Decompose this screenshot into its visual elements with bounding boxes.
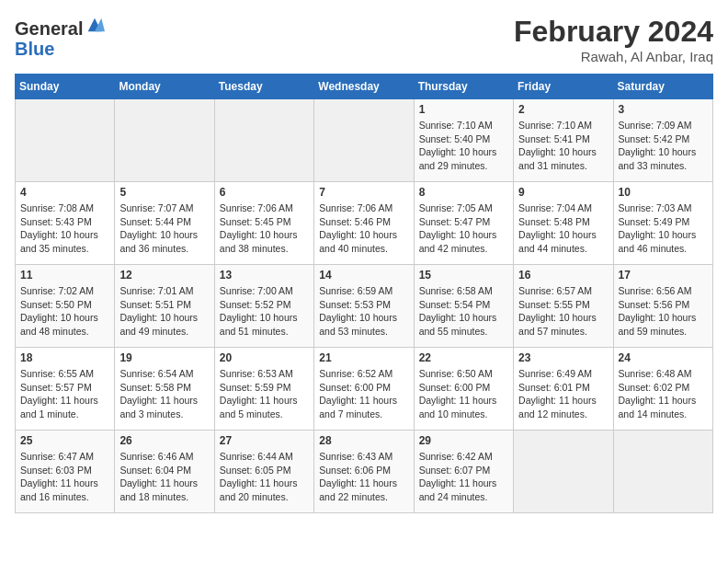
logo-icon [85,15,105,35]
day-info: Sunrise: 6:44 AMSunset: 6:05 PMDaylight:… [220,450,309,504]
calendar-cell: 17Sunrise: 6:56 AMSunset: 5:56 PMDayligh… [613,265,712,348]
calendar-week-2: 4Sunrise: 7:08 AMSunset: 5:43 PMDaylight… [16,182,713,265]
day-number: 29 [419,434,508,447]
day-number: 2 [518,103,608,116]
day-number: 25 [20,434,109,447]
day-info: Sunrise: 7:03 AMSunset: 5:49 PMDaylight:… [619,201,708,256]
weekday-friday: Friday [514,75,613,99]
calendar-cell: 28Sunrise: 6:43 AMSunset: 6:06 PMDayligh… [314,431,414,513]
calendar-cell: 16Sunrise: 6:57 AMSunset: 5:55 PMDayligh… [514,265,613,348]
calendar-week-3: 11Sunrise: 7:02 AMSunset: 5:50 PMDayligh… [16,265,713,348]
day-info: Sunrise: 7:01 AMSunset: 5:51 PMDaylight:… [119,284,209,339]
calendar-cell: 14Sunrise: 6:59 AMSunset: 5:53 PMDayligh… [314,265,414,348]
day-number: 8 [419,186,508,199]
day-number: 9 [518,186,608,199]
calendar-cell: 26Sunrise: 6:46 AMSunset: 6:04 PMDayligh… [115,431,214,513]
day-info: Sunrise: 7:07 AMSunset: 5:44 PMDaylight:… [119,201,209,256]
day-info: Sunrise: 6:47 AMSunset: 6:03 PMDaylight:… [20,450,109,504]
calendar-week-4: 18Sunrise: 6:55 AMSunset: 5:57 PMDayligh… [16,348,713,431]
calendar-cell: 11Sunrise: 7:02 AMSunset: 5:50 PMDayligh… [16,265,115,348]
day-info: Sunrise: 6:43 AMSunset: 6:06 PMDaylight:… [319,450,408,504]
calendar-cell: 21Sunrise: 6:52 AMSunset: 6:00 PMDayligh… [314,348,414,431]
calendar-cell: 25Sunrise: 6:47 AMSunset: 6:03 PMDayligh… [16,431,115,513]
calendar-cell [214,99,313,182]
day-number: 3 [619,103,708,116]
day-info: Sunrise: 7:08 AMSunset: 5:43 PMDaylight:… [20,201,109,256]
calendar-cell: 4Sunrise: 7:08 AMSunset: 5:43 PMDaylight… [16,182,115,265]
weekday-monday: Monday [115,75,214,99]
day-info: Sunrise: 6:53 AMSunset: 5:59 PMDaylight:… [220,367,309,421]
calendar-cell: 5Sunrise: 7:07 AMSunset: 5:44 PMDaylight… [115,182,214,265]
day-info: Sunrise: 7:02 AMSunset: 5:50 PMDaylight:… [20,284,109,339]
day-number: 1 [419,103,508,116]
day-info: Sunrise: 6:59 AMSunset: 5:53 PMDaylight:… [319,284,408,339]
calendar-cell: 3Sunrise: 7:09 AMSunset: 5:42 PMDaylight… [613,99,712,182]
day-info: Sunrise: 6:55 AMSunset: 5:57 PMDaylight:… [20,367,109,421]
logo: General Blue [15,15,105,59]
day-number: 11 [20,269,109,282]
calendar-cell [16,99,115,182]
calendar-cell: 20Sunrise: 6:53 AMSunset: 5:59 PMDayligh… [214,348,313,431]
day-number: 14 [319,269,408,282]
day-number: 16 [518,269,608,282]
calendar-cell: 29Sunrise: 6:42 AMSunset: 6:07 PMDayligh… [414,431,513,513]
day-info: Sunrise: 7:09 AMSunset: 5:42 PMDaylight:… [619,119,708,173]
calendar-cell: 9Sunrise: 7:04 AMSunset: 5:48 PMDaylight… [514,182,613,265]
day-number: 13 [220,269,309,282]
day-info: Sunrise: 6:49 AMSunset: 6:01 PMDaylight:… [518,367,608,421]
day-info: Sunrise: 7:00 AMSunset: 5:52 PMDaylight:… [220,284,309,339]
calendar-cell: 15Sunrise: 6:58 AMSunset: 5:54 PMDayligh… [414,265,513,348]
calendar-cell: 23Sunrise: 6:49 AMSunset: 6:01 PMDayligh… [514,348,613,431]
day-info: Sunrise: 7:04 AMSunset: 5:48 PMDaylight:… [518,201,608,256]
calendar-cell: 8Sunrise: 7:05 AMSunset: 5:47 PMDaylight… [414,182,513,265]
location: Rawah, Al Anbar, Iraq [514,49,713,64]
day-number: 26 [119,434,209,447]
calendar-cell [613,431,712,513]
calendar-table: SundayMondayTuesdayWednesdayThursdayFrid… [15,74,713,513]
day-info: Sunrise: 6:56 AMSunset: 5:56 PMDaylight:… [619,284,708,339]
logo-blue: Blue [15,39,54,59]
day-number: 15 [419,269,508,282]
day-info: Sunrise: 6:57 AMSunset: 5:55 PMDaylight:… [518,284,608,339]
weekday-wednesday: Wednesday [314,75,414,99]
calendar-cell: 24Sunrise: 6:48 AMSunset: 6:02 PMDayligh… [613,348,712,431]
day-number: 27 [220,434,309,447]
weekday-sunday: Sunday [16,75,115,99]
calendar-week-5: 25Sunrise: 6:47 AMSunset: 6:03 PMDayligh… [16,431,713,513]
calendar-cell: 13Sunrise: 7:00 AMSunset: 5:52 PMDayligh… [214,265,313,348]
day-info: Sunrise: 7:06 AMSunset: 5:45 PMDaylight:… [220,201,309,256]
calendar-week-1: 1Sunrise: 7:10 AMSunset: 5:40 PMDaylight… [16,99,713,182]
day-info: Sunrise: 7:10 AMSunset: 5:40 PMDaylight:… [419,119,508,173]
weekday-thursday: Thursday [414,75,513,99]
logo-text: General Blue [15,15,105,59]
calendar-cell [514,431,613,513]
page-header: General Blue February 2024 Rawah, Al Anb… [15,15,713,64]
day-number: 5 [119,186,209,199]
day-number: 20 [220,351,309,364]
calendar-cell: 27Sunrise: 6:44 AMSunset: 6:05 PMDayligh… [214,431,313,513]
logo-general: General [15,18,83,39]
day-number: 21 [319,351,408,364]
day-number: 6 [220,186,309,199]
weekday-saturday: Saturday [613,75,712,99]
day-info: Sunrise: 6:46 AMSunset: 6:04 PMDaylight:… [119,450,209,504]
day-number: 19 [119,351,209,364]
day-info: Sunrise: 6:52 AMSunset: 6:00 PMDaylight:… [319,367,408,421]
day-info: Sunrise: 6:50 AMSunset: 6:00 PMDaylight:… [419,367,508,421]
day-number: 24 [619,351,708,364]
day-info: Sunrise: 7:10 AMSunset: 5:41 PMDaylight:… [518,119,608,173]
day-info: Sunrise: 6:54 AMSunset: 5:58 PMDaylight:… [119,367,209,421]
calendar-cell: 7Sunrise: 7:06 AMSunset: 5:46 PMDaylight… [314,182,414,265]
day-number: 7 [319,186,408,199]
day-number: 4 [20,186,109,199]
day-number: 17 [619,269,708,282]
day-number: 23 [518,351,608,364]
calendar-cell: 22Sunrise: 6:50 AMSunset: 6:00 PMDayligh… [414,348,513,431]
month-year: February 2024 [514,15,713,49]
calendar-cell: 6Sunrise: 7:06 AMSunset: 5:45 PMDaylight… [214,182,313,265]
calendar-cell: 10Sunrise: 7:03 AMSunset: 5:49 PMDayligh… [613,182,712,265]
weekday-header-row: SundayMondayTuesdayWednesdayThursdayFrid… [16,75,713,99]
calendar-cell: 18Sunrise: 6:55 AMSunset: 5:57 PMDayligh… [16,348,115,431]
day-info: Sunrise: 6:48 AMSunset: 6:02 PMDaylight:… [619,367,708,421]
calendar-cell: 19Sunrise: 6:54 AMSunset: 5:58 PMDayligh… [115,348,214,431]
